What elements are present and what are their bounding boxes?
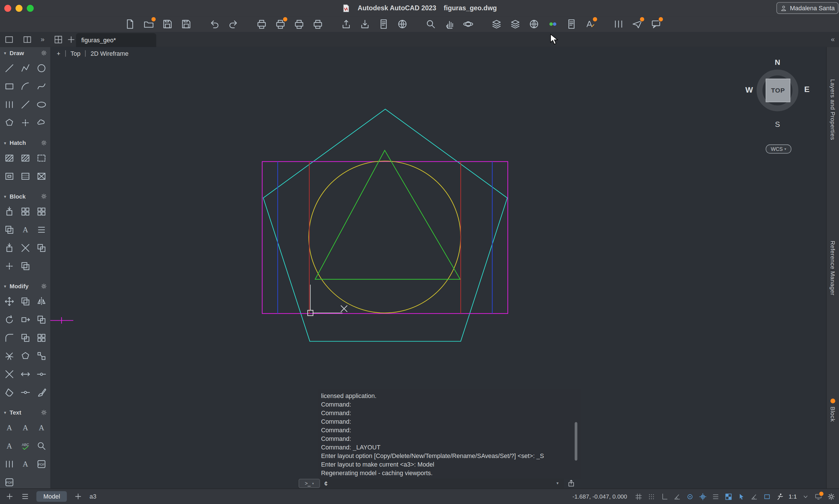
- collapse-icon[interactable]: ▼: [3, 284, 7, 288]
- array-tool[interactable]: [33, 330, 49, 345]
- array-columns-button[interactable]: [611, 17, 626, 31]
- dynamic-input-toggle[interactable]: [762, 491, 772, 502]
- gradient-tool[interactable]: [17, 169, 33, 183]
- create-block-tool[interactable]: [17, 204, 33, 218]
- palette-section-block[interactable]: ▼Block: [0, 191, 50, 202]
- attribute-manager-tool[interactable]: [33, 222, 49, 237]
- grid-display-toggle[interactable]: [633, 491, 644, 502]
- open-button[interactable]: [142, 17, 156, 31]
- section-settings-button[interactable]: [40, 409, 47, 415]
- attach-xref-tool[interactable]: [1, 241, 17, 255]
- viewport-menu-button[interactable]: +: [57, 50, 60, 57]
- extract-edges-tool[interactable]: [17, 349, 33, 363]
- point-tool[interactable]: [17, 115, 33, 129]
- side-tab-block[interactable]: Block: [827, 407, 839, 422]
- command-input-row[interactable]: >_ ▾ ¢ ▾: [298, 479, 564, 488]
- mirror-tool[interactable]: [33, 294, 49, 308]
- save-button[interactable]: [161, 17, 175, 31]
- chevron-down-icon[interactable]: ▾: [556, 481, 559, 486]
- compass-north[interactable]: N: [745, 58, 811, 66]
- erase-tool[interactable]: [1, 385, 17, 399]
- tab-overview-icon[interactable]: [53, 35, 63, 44]
- user-account-chip[interactable]: Madalena Santa: [776, 2, 838, 14]
- orbit-button[interactable]: [461, 17, 475, 31]
- break-tool[interactable]: [33, 367, 49, 381]
- sheet-set-manager-button[interactable]: [395, 17, 410, 31]
- ortho-mode-toggle[interactable]: [659, 491, 670, 502]
- rotate-tool[interactable]: [1, 312, 17, 327]
- section-settings-button[interactable]: [40, 50, 47, 56]
- wcs-selector[interactable]: WCS ▾: [766, 145, 791, 154]
- ellipse-tool[interactable]: [33, 97, 49, 111]
- annotation-monitor-toggle[interactable]: [775, 491, 785, 502]
- transparency-toggle[interactable]: [724, 491, 734, 502]
- drawing-tab[interactable]: figuras_geo*: [76, 33, 156, 47]
- isometric-drafting-toggle[interactable]: [685, 491, 695, 502]
- annotative-text-tool[interactable]: A: [17, 420, 33, 435]
- polygon-tool[interactable]: [1, 115, 17, 129]
- justify-tool[interactable]: A: [17, 457, 33, 471]
- plot-preview-button[interactable]: [292, 17, 306, 31]
- compass-south[interactable]: S: [745, 120, 811, 128]
- multiline-tool[interactable]: [1, 97, 17, 111]
- spline-tool[interactable]: [33, 79, 49, 93]
- section-settings-button[interactable]: [40, 283, 47, 289]
- tab-layout-a3[interactable]: a3: [89, 493, 96, 500]
- revision-cloud-tool[interactable]: [33, 115, 49, 129]
- plot-button[interactable]: [255, 17, 269, 31]
- feedback-button[interactable]: [649, 17, 663, 31]
- object-snap-toggle[interactable]: [749, 491, 759, 502]
- rectangle-shape[interactable]: [262, 161, 508, 313]
- extend-tool[interactable]: [17, 367, 33, 381]
- hatch-tool[interactable]: [1, 151, 17, 165]
- construction-line-tool[interactable]: [17, 97, 33, 111]
- wipeout-tool[interactable]: [33, 169, 49, 183]
- edit-attributes-tool[interactable]: A: [17, 222, 33, 237]
- arc-tool[interactable]: [17, 79, 33, 93]
- collapse-icon[interactable]: ▼: [3, 51, 7, 55]
- fillet-tool[interactable]: [1, 330, 17, 345]
- tab-model[interactable]: Model: [36, 491, 67, 502]
- undo-button[interactable]: [208, 17, 222, 31]
- object-snap-tracking-toggle[interactable]: [698, 491, 708, 502]
- copy-tool[interactable]: [17, 294, 33, 308]
- collapse-icon[interactable]: ▼: [3, 411, 7, 414]
- add-layout-button[interactable]: [74, 492, 83, 501]
- move-tool[interactable]: [1, 294, 17, 308]
- new-tab-button[interactable]: [66, 35, 76, 44]
- align-tool[interactable]: [33, 349, 49, 363]
- insert-block-tool[interactable]: [1, 204, 17, 218]
- side-tab-reference-manager[interactable]: Reference Manager: [827, 241, 839, 296]
- annotation-style-button[interactable]: [565, 17, 578, 31]
- side-tab-layers-and-properties[interactable]: Layers and Properties: [827, 79, 839, 140]
- rectangle-tool[interactable]: [1, 79, 17, 93]
- boundary-tool[interactable]: [33, 151, 49, 165]
- clip-xref-tool[interactable]: [17, 241, 33, 255]
- stretch-tool[interactable]: [17, 312, 33, 327]
- spell-check-tool[interactable]: ABC: [17, 438, 33, 453]
- pdf-export-tool[interactable]: PDF: [1, 475, 17, 489]
- write-block-tool[interactable]: [1, 222, 17, 237]
- import-button[interactable]: [358, 17, 372, 31]
- field-button[interactable]: [377, 17, 391, 31]
- explode-tool[interactable]: [1, 349, 17, 363]
- quick-plot-button[interactable]: [273, 17, 287, 31]
- layout-list-icon[interactable]: [21, 492, 30, 501]
- page-setup-button[interactable]: [311, 17, 325, 31]
- split-pane-icon[interactable]: [22, 35, 32, 44]
- text-frame-tool[interactable]: A: [1, 438, 17, 453]
- share-drawing-button[interactable]: [630, 17, 644, 31]
- selection-cycling-toggle[interactable]: [736, 491, 746, 502]
- triangle-shape[interactable]: [315, 150, 460, 279]
- compass-west[interactable]: W: [745, 85, 753, 94]
- export-button[interactable]: [339, 17, 353, 31]
- scale-tool[interactable]: [33, 312, 49, 327]
- section-settings-button[interactable]: [40, 193, 47, 199]
- multiline-text-tool[interactable]: A: [1, 420, 17, 435]
- lineweight-toggle[interactable]: [711, 491, 721, 502]
- single-pane-icon[interactable]: [4, 35, 14, 44]
- pdf-underlay-tool[interactable]: PDF: [33, 457, 49, 471]
- line-tool[interactable]: [1, 61, 17, 75]
- viewcube-top-face[interactable]: TOP: [766, 78, 790, 102]
- join-tool[interactable]: [17, 385, 33, 399]
